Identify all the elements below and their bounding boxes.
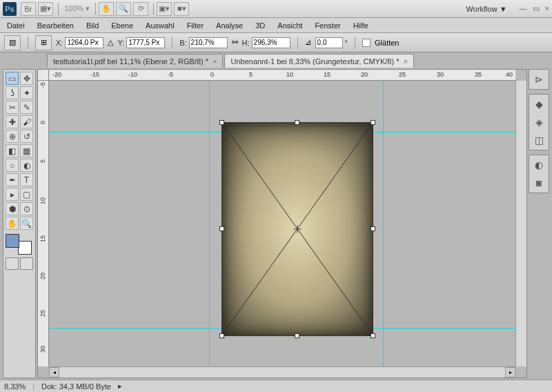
zoom-dropdown[interactable]: 100% ▾	[61, 3, 92, 14]
ruler-tick: 25	[399, 71, 406, 78]
eyedropper-tool[interactable]: ✎	[20, 101, 33, 114]
adjustments-icon[interactable]: ◐	[532, 158, 546, 172]
scrollbar-horizontal[interactable]: ◂ ▸	[49, 366, 515, 378]
marquee-tool[interactable]: ▭	[6, 72, 19, 85]
menu-auswahl[interactable]: Auswahl	[146, 21, 175, 30]
guide[interactable]	[383, 81, 384, 366]
tab-label: testtutoria1l.pdf bei 11,1% (Ebene 2, RG…	[53, 57, 208, 66]
guide[interactable]	[209, 81, 210, 366]
hand-tool-btn[interactable]: ✋	[99, 2, 114, 16]
menu-filter[interactable]: Filter	[187, 21, 204, 30]
eraser-tool[interactable]: ◧	[6, 144, 19, 157]
separator	[172, 37, 172, 49]
camera-icon[interactable]: ◙	[532, 176, 546, 190]
quick-mask[interactable]	[6, 257, 33, 270]
chevron-right-icon[interactable]: ▸	[118, 382, 122, 391]
move-tool[interactable]: ✥	[20, 72, 33, 85]
zoom-tool[interactable]: 🔍	[20, 217, 33, 230]
healing-tool[interactable]: ✚	[6, 115, 19, 128]
separator	[95, 3, 96, 15]
layers-icon[interactable]: ◆	[532, 97, 546, 111]
ruler-horizontal[interactable]: -20 -15 -10 -5 0 5 10 15 20 25 30 35 40	[49, 70, 515, 81]
close-button[interactable]: ×	[545, 4, 549, 13]
angle-unit: °	[345, 39, 348, 47]
screen-mode-button[interactable]: ▦▾	[38, 2, 53, 16]
menu-ebene[interactable]: Ebene	[111, 21, 133, 30]
tab-testtutorial[interactable]: testtutoria1l.pdf bei 11,1% (Ebene 2, RG…	[47, 54, 223, 68]
blur-tool[interactable]: ○	[6, 159, 19, 172]
type-tool[interactable]: T	[20, 173, 33, 186]
channels-icon[interactable]: ◈	[532, 115, 546, 129]
menu-fenster[interactable]: Fenster	[315, 21, 340, 30]
separator	[153, 3, 154, 15]
crop-tool[interactable]: ✂	[6, 101, 19, 114]
y-input[interactable]	[126, 37, 165, 48]
zoom-tool-btn[interactable]: 🔍	[116, 2, 131, 16]
tab-unbenannt[interactable]: Unbenannt-1 bei 8,33% (Grungetextur, CMY…	[224, 54, 413, 68]
smooth-label: Glätten	[375, 39, 399, 47]
menu-3d[interactable]: 3D	[255, 21, 265, 30]
bridge-button[interactable]: Br	[21, 2, 36, 16]
expand-icon[interactable]: ⊳	[532, 72, 546, 86]
tool-preset-icon[interactable]: ▧	[4, 35, 21, 50]
bg-color[interactable]	[18, 241, 32, 255]
wand-tool[interactable]: ✦	[20, 86, 33, 99]
menu-hilfe[interactable]: Hilfe	[353, 21, 368, 30]
link-icon[interactable]: ⚯	[232, 38, 238, 47]
lasso-tool[interactable]: ʖ	[6, 86, 19, 99]
separator	[28, 37, 28, 49]
scrollbar-vertical[interactable]	[515, 81, 526, 366]
pen-tool[interactable]: ✒	[6, 173, 19, 186]
menu-bearbeiten[interactable]: Bearbeiten	[37, 21, 74, 30]
color-swatches[interactable]	[6, 234, 33, 255]
ruler-vertical[interactable]: -5 0 5 10 15 20 25 30	[38, 81, 49, 366]
workspace-switcher[interactable]: Workflow ▼	[461, 3, 513, 14]
layer-content[interactable]	[221, 122, 373, 336]
close-icon[interactable]: ×	[213, 57, 217, 66]
h-input[interactable]	[252, 37, 290, 48]
canvas[interactable]	[49, 81, 515, 366]
main-area: ▭ ✥ ʖ ✦ ✂ ✎ ✚ 🖌 ⊕ ↺ ◧ ▦ ○ ◐ ✒ T ▸ ▢ ⬢ ⊙ …	[0, 68, 552, 380]
menu-ansicht[interactable]: Ansicht	[277, 21, 302, 30]
scroll-right-button[interactable]: ▸	[505, 367, 515, 378]
w-input[interactable]	[189, 37, 228, 48]
zoom-status[interactable]: 8,33%	[4, 382, 26, 391]
stamp-tool[interactable]: ⊕	[6, 130, 19, 143]
w-label: B:	[179, 39, 186, 47]
ruler-tick: 0	[210, 71, 214, 78]
triangle-icon[interactable]: △	[108, 38, 113, 47]
paths-icon[interactable]: ◫	[532, 133, 546, 147]
dodge-tool[interactable]: ◐	[20, 159, 33, 172]
3d-tool[interactable]: ⬢	[6, 202, 19, 215]
menu-analyse[interactable]: Analyse	[216, 21, 243, 30]
brush-tool[interactable]: 🖌	[20, 115, 33, 128]
angle-input[interactable]	[315, 37, 343, 48]
ruler-origin[interactable]	[38, 70, 49, 81]
separator	[58, 3, 59, 15]
hand-tool[interactable]: ✋	[6, 217, 19, 230]
doc-info[interactable]: Dok: 34,3 MB/0 Byte	[41, 382, 111, 391]
arrange-btn[interactable]: ▣▾	[157, 2, 172, 16]
h-label: H:	[242, 39, 250, 47]
reference-point-icon[interactable]: ⊞	[35, 35, 52, 50]
titlebar: Ps Br ▦▾ 100% ▾ ✋ 🔍 ⟳ ▣▾ ■▾ Workflow ▼ —…	[0, 0, 552, 18]
shape-tool[interactable]: ▢	[20, 188, 33, 201]
fg-color[interactable]	[6, 234, 19, 248]
path-select-tool[interactable]: ▸	[6, 188, 19, 201]
minimize-button[interactable]: —	[520, 4, 527, 13]
menu-datei[interactable]: Datei	[7, 21, 25, 30]
rotate-view-btn[interactable]: ⟳	[133, 2, 148, 16]
screen-btn[interactable]: ■▾	[174, 2, 189, 16]
history-brush-tool[interactable]: ↺	[20, 130, 33, 143]
gradient-tool[interactable]: ▦	[20, 144, 33, 157]
scroll-left-button[interactable]: ◂	[49, 367, 59, 378]
ruler-tick: 5	[249, 71, 253, 78]
ruler-tick: 30	[39, 346, 46, 353]
app-logo[interactable]: Ps	[3, 2, 17, 16]
close-icon[interactable]: ×	[403, 57, 407, 66]
smooth-checkbox[interactable]	[362, 39, 371, 47]
menu-bild[interactable]: Bild	[86, 21, 99, 30]
x-input[interactable]	[65, 37, 103, 48]
maximize-button[interactable]: ▭	[533, 4, 540, 13]
3d-camera-tool[interactable]: ⊙	[20, 202, 33, 215]
